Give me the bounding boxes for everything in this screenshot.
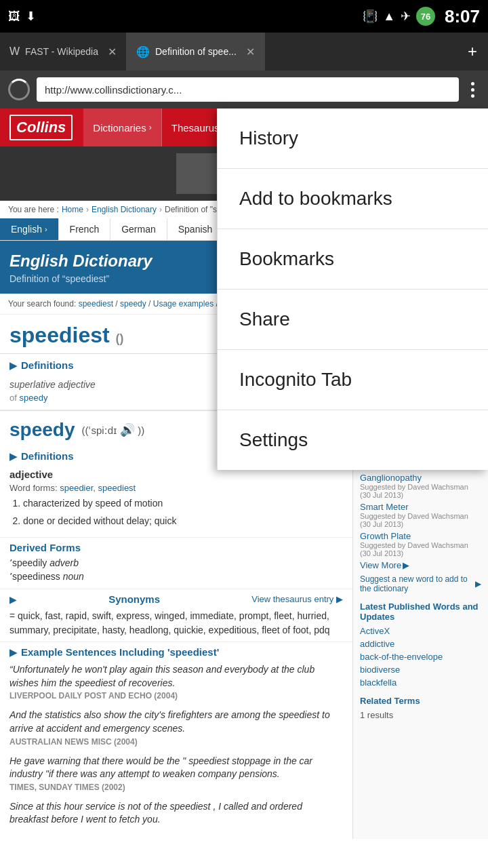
derived-pos-speediness: noun (63, 571, 84, 582)
time-display: 8:07 (445, 6, 480, 27)
sidebar-suggested-smart-meter: Suggested by Daved Wachsman (360, 512, 481, 520)
browser-menu-button[interactable] (466, 79, 480, 100)
definitions-arrow: ▶ (9, 360, 17, 371)
sidebar-link-growth-plate[interactable]: Growth Plate (360, 531, 411, 541)
dropdown-bookmarks[interactable]: Bookmarks (218, 229, 488, 290)
synonyms-text: = quick, fast, rapid, swift, express, wi… (9, 609, 343, 637)
url-input[interactable] (37, 77, 459, 102)
example-source-2: AUSTRALIAN NEWS MISC (2004) (9, 737, 343, 747)
derived-title: Derived Forms (9, 542, 343, 553)
view-more-link[interactable]: View More ▶ (360, 560, 481, 570)
tab-collins[interactable]: 🌐 Definition of spee... ✕ (127, 33, 265, 71)
status-bar: 🖼 ⬇ 📳 ▲ ✈ 76 8:07 (0, 0, 488, 33)
sidebar-date-growth-plate: (30 Jul 2013) (360, 549, 481, 557)
vibrate-icon: 📳 (363, 9, 378, 24)
results-count: 1 results (360, 710, 481, 720)
dropdown-add-bookmarks[interactable]: Add to bookmarks (218, 169, 488, 229)
example-3: He gave warning that there would be the … (9, 755, 343, 792)
sidebar-suggested-growth-plate: Suggested by Daved Wachsman (360, 541, 481, 549)
speedy-pos: adjective (9, 469, 343, 480)
of-speedy-link[interactable]: speedy (19, 393, 47, 403)
breadcrumb-english-dict[interactable]: English Dictionary (92, 205, 157, 214)
sidebar-word-smart-meter: Smart Meter Suggested by Daved Wachsman … (360, 502, 481, 528)
sidebar-suggested-ganglionopathy: Suggested by Daved Wachsman (360, 483, 481, 491)
search-link-speediest[interactable]: speediest (79, 299, 113, 309)
chevron-dictionaries: › (149, 123, 152, 132)
derived-link-speediness[interactable]: speediness (12, 571, 60, 582)
word-count: () (116, 332, 124, 345)
view-thesaurus-link[interactable]: View thesaurus entry ▶ (251, 594, 343, 604)
sidebar-word-addictive: addictive (360, 639, 481, 649)
dropdown-menu: History Add to bookmarks Bookmarks Share… (217, 108, 488, 470)
speedy-definitions-label: Definitions (21, 450, 74, 462)
lang-tab-english[interactable]: English › (0, 218, 59, 240)
examples-section: ▶ Example Sentences Including 'speediest… (0, 642, 352, 839)
sidebar-link-smart-meter[interactable]: Smart Meter (360, 502, 409, 512)
examples-arrow: ▶ (9, 647, 17, 658)
derived-item-speedily: ʼspeedily adverb (9, 557, 343, 568)
derived-item-speediness: ʼspeediness noun (9, 571, 343, 582)
synonyms-section: ▶ Synonyms View thesaurus entry ▶ = quic… (0, 589, 352, 642)
close-tab-collins[interactable]: ✕ (246, 45, 255, 58)
sidebar-link-biodiverse[interactable]: biodiverse (360, 665, 400, 675)
collins-logo[interactable]: Collins (9, 115, 73, 140)
nav-tab-dictionaries[interactable]: Dictionaries › (83, 108, 161, 146)
close-tab-wikipedia[interactable]: ✕ (108, 45, 117, 58)
download-icon: ⬇ (26, 9, 36, 24)
url-bar (0, 71, 488, 108)
nav-tab-dictionaries-label: Dictionaries (93, 122, 146, 134)
dropdown-settings[interactable]: Settings (218, 410, 488, 470)
lang-tab-spanish[interactable]: Spanish (167, 218, 224, 240)
sidebar-link-addictive[interactable]: addictive (360, 639, 394, 649)
suggest-word-link[interactable]: Suggest a new word to add to the diction… (360, 574, 481, 593)
definitions-label: Definitions (21, 359, 74, 371)
example-quote-3: He gave warning that there would be the … (9, 755, 343, 781)
examples-title[interactable]: ▶ Example Sentences Including 'speediest… (9, 646, 343, 658)
sidebar-word-blackfella: blackfella (360, 677, 481, 688)
tab-collins-label: Definition of spee... (155, 46, 237, 57)
dropdown-share[interactable]: Share (218, 290, 488, 350)
related-title: Related Terms (360, 696, 481, 706)
example-quote-4: Since at this hour service is not of the… (9, 800, 343, 827)
published-section: Latest Published Words and Updates Activ… (360, 601, 481, 688)
speedy-definitions-arrow: ▶ (9, 451, 17, 462)
sidebar-word-activex: ActiveX (360, 626, 481, 636)
word-form-speedier[interactable]: speedier (60, 483, 93, 493)
breadcrumb-home[interactable]: Home (62, 205, 83, 214)
sidebar-date-smart-meter: (30 Jul 2013) (360, 520, 481, 528)
example-quote-1: “Unfortunately he won't play again this … (9, 663, 343, 690)
sidebar-link-back-of-the-envelope[interactable]: back-of-the-envelope (360, 652, 443, 662)
derived-section: Derived Forms ʼspeedily adverb ʼspeedine… (0, 537, 352, 589)
tab-wikipedia[interactable]: W FAST - Wikipedia ✕ (0, 33, 127, 71)
search-link-speedy[interactable]: speedy (120, 299, 146, 309)
dropdown-history[interactable]: History (218, 108, 488, 169)
def-list: characterized by speed of motion done or… (9, 497, 343, 528)
wikipedia-favicon: W (9, 45, 20, 58)
word-form-speediest[interactable]: speediest (98, 483, 136, 493)
sidebar-word-back-of-the-envelope: back-of-the-envelope (360, 652, 481, 662)
syn-arrow: ▶ (9, 594, 17, 605)
syn-title[interactable]: Synonyms (108, 593, 160, 605)
sidebar-word-growth-plate: Growth Plate Suggested by Daved Wachsman… (360, 531, 481, 557)
collins-favicon: 🌐 (136, 45, 150, 58)
derived-link-speedily[interactable]: speedily (12, 557, 47, 568)
sidebar-link-activex[interactable]: ActiveX (360, 626, 390, 636)
new-tab-button[interactable]: + (457, 42, 488, 61)
sidebar-word-biodiverse: biodiverse (360, 665, 481, 675)
example-quote-2: And the statistics also show the city's … (9, 709, 343, 735)
sidebar-link-ganglionopathy[interactable]: Ganglionopathy (360, 473, 422, 483)
search-link-examples[interactable]: Usage examples (153, 299, 214, 309)
dropdown-incognito[interactable]: Incognito Tab (218, 350, 488, 410)
sidebar-link-blackfella[interactable]: blackfella (360, 677, 396, 688)
lang-tab-french[interactable]: French (59, 218, 111, 240)
breadcrumb-label: You are here : (8, 205, 59, 214)
phonetic: ((ˈspiːdɪ 🔊 )) (82, 422, 145, 437)
word-forms: Word forms: speedier, speediest (9, 483, 343, 493)
image-icon: 🖼 (8, 9, 20, 24)
example-2: And the statistics also show the city's … (9, 709, 343, 746)
lang-tab-german[interactable]: German (110, 218, 167, 240)
airplane-icon: ✈ (401, 9, 411, 24)
published-title: Latest Published Words and Updates (360, 601, 481, 622)
sound-icon[interactable]: 🔊 (120, 423, 135, 437)
example-4: Since at this hour service is not of the… (9, 800, 343, 827)
